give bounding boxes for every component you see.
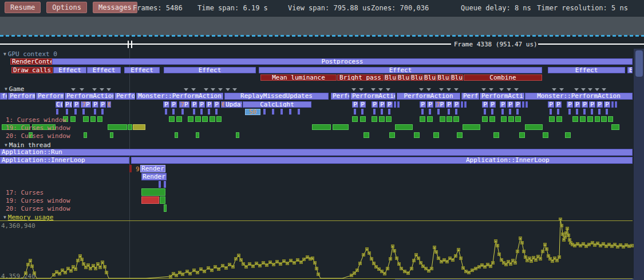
zone-marker-icon[interactable]: [588, 88, 592, 91]
lock-activity-box[interactable]: [414, 132, 420, 138]
vertical-scrollbar-track[interactable]: [634, 49, 644, 280]
zone-P[interactable]: P: [574, 101, 580, 108]
zone-Effect[interactable]: Effect: [87, 67, 121, 73]
lock-activity-box[interactable]: [141, 196, 159, 204]
zone-P[interactable]: P: [199, 101, 205, 108]
zone-marker-icon[interactable]: [191, 88, 196, 91]
zone-marker-icon[interactable]: [378, 88, 383, 91]
lock-activity-box[interactable]: [463, 124, 480, 130]
lock-activity-box[interactable]: [543, 132, 548, 138]
zone-marker-icon[interactable]: [359, 88, 364, 91]
zone-Blur[interactable]: Blur: [384, 74, 397, 81]
lock-activity-box[interactable]: [164, 204, 167, 212]
lock-activity-box[interactable]: [556, 116, 562, 122]
lock-activity-box[interactable]: [110, 132, 113, 138]
lock-activity-box[interactable]: [580, 116, 586, 122]
options-button[interactable]: Options: [46, 2, 87, 13]
zone-Application-InnerLoop[interactable]: Application::InnerLoop: [0, 157, 129, 164]
zone-Application-Run[interactable]: Application::Run: [0, 149, 633, 156]
zone-Blur[interactable]: Blur: [451, 74, 463, 81]
zone-marker-icon[interactable]: [80, 88, 84, 91]
zone-Blu[interactable]: Blu: [437, 74, 450, 81]
zone-marker-icon[interactable]: [386, 88, 390, 91]
zone-marker-icon[interactable]: [507, 88, 511, 91]
zone-P[interactable]: P: [386, 101, 393, 108]
zone-marker-icon[interactable]: [595, 88, 599, 91]
lock-activity-box[interactable]: [360, 116, 366, 122]
zone-collapsed-50[interactable]: 50: [245, 109, 260, 115]
zone-P[interactable]: 7P: [179, 101, 189, 108]
zone-fo[interactable]: fo: [0, 93, 7, 100]
lock-activity-box[interactable]: [440, 116, 445, 122]
zone-PerformAction[interactable]: PerformAction: [397, 93, 460, 100]
lock-activity-box[interactable]: [169, 116, 175, 122]
zone-marker-icon[interactable]: [371, 88, 376, 91]
lock-activity-box[interactable]: [216, 116, 222, 122]
zone-Ef[interactable]: Ef: [627, 67, 633, 73]
zone-marker-icon[interactable]: [211, 88, 215, 91]
zone-P[interactable]: P: [489, 101, 496, 108]
lock-activity-box[interactable]: [595, 116, 600, 122]
zone-P[interactable]: P: [515, 101, 521, 108]
zone-CalcLight[interactable]: CalcLight: [243, 101, 311, 108]
zone-PerformActic[interactable]: PerformActic: [480, 93, 524, 100]
lock-activity-box[interactable]: [364, 132, 369, 138]
zone-P[interactable]: P: [548, 101, 554, 108]
zone-P[interactable]: P: [379, 101, 385, 108]
lock-activity-box[interactable]: [141, 188, 165, 196]
lock-activity-box[interactable]: [133, 124, 145, 130]
zone-tiny[interactable]: [464, 101, 467, 108]
lock-activity-box[interactable]: [519, 132, 525, 138]
lock-activity-box[interactable]: [447, 116, 452, 122]
zone-marker-icon[interactable]: [226, 88, 230, 91]
zone-PerformAction[interactable]: PerformAction: [65, 93, 114, 100]
zone-Draw calls[interactable]: Draw calls: [11, 67, 53, 73]
lock-activity-box[interactable]: [352, 116, 358, 122]
zone-Effect[interactable]: Effect: [124, 67, 160, 73]
zone-Effect[interactable]: Effect: [53, 67, 86, 73]
zone-tiny[interactable]: [522, 101, 524, 108]
lock-activity-box[interactable]: [202, 116, 208, 122]
lock-activity-box[interactable]: [90, 116, 96, 122]
lock-activity-box[interactable]: [601, 116, 607, 122]
lock-activity-box[interactable]: [160, 196, 165, 204]
zone-P[interactable]: P: [446, 101, 452, 108]
zone-marker-icon[interactable]: [92, 88, 97, 91]
lock-activity-box[interactable]: [175, 132, 178, 138]
zone-P[interactable]: P: [73, 101, 80, 108]
zone-C([interactable]: C(: [56, 101, 63, 108]
zone-marker-icon[interactable]: [184, 88, 188, 91]
lock-activity-box[interactable]: [188, 116, 193, 122]
zone-P[interactable]: P: [171, 101, 177, 108]
zone-P[interactable]: P: [163, 101, 169, 108]
zone-P[interactable]: P: [372, 101, 378, 108]
zone-P[interactable]: P: [420, 101, 426, 108]
zone-marker-icon[interactable]: [106, 88, 111, 91]
lock-activity-box[interactable]: [587, 116, 593, 122]
zone-marker-icon[interactable]: [559, 88, 564, 91]
lock-activity-box[interactable]: [608, 116, 613, 122]
zone-Update[interactable]: Update: [225, 101, 242, 108]
zone-P[interactable]: P: [92, 101, 98, 108]
zone-ReplayMissedUpdates[interactable]: ReplayMissedUpdates: [224, 93, 329, 100]
lock-activity-box[interactable]: [395, 124, 413, 130]
lock-activity-box[interactable]: [515, 116, 521, 122]
zone-marker-icon[interactable]: [419, 88, 424, 91]
resume-button[interactable]: Resume: [5, 2, 41, 13]
zone-marker-icon[interactable]: [499, 88, 504, 91]
messages-button[interactable]: Messages: [93, 2, 137, 13]
lock-activity-box[interactable]: [453, 116, 459, 122]
zone-P[interactable]: P: [500, 101, 506, 108]
lock-activity-box[interactable]: [457, 132, 463, 138]
zone-Combine[interactable]: Combine: [464, 74, 542, 81]
zone-tiny[interactable]: [526, 101, 528, 108]
zone-Blur[interactable]: Blur: [397, 74, 410, 81]
zone-Perfc[interactable]: Perfc: [461, 93, 479, 100]
zone-Application-InnerLoop[interactable]: Application::InnerLoop: [131, 157, 633, 164]
zone-marker-icon[interactable]: [447, 88, 451, 91]
zone-marker-icon[interactable]: [439, 88, 444, 91]
lock-activity-box[interactable]: [97, 116, 102, 122]
zone-P[interactable]: P: [206, 101, 212, 108]
lock-activity-box[interactable]: [386, 116, 392, 122]
lock-activity-box[interactable]: [389, 132, 395, 138]
